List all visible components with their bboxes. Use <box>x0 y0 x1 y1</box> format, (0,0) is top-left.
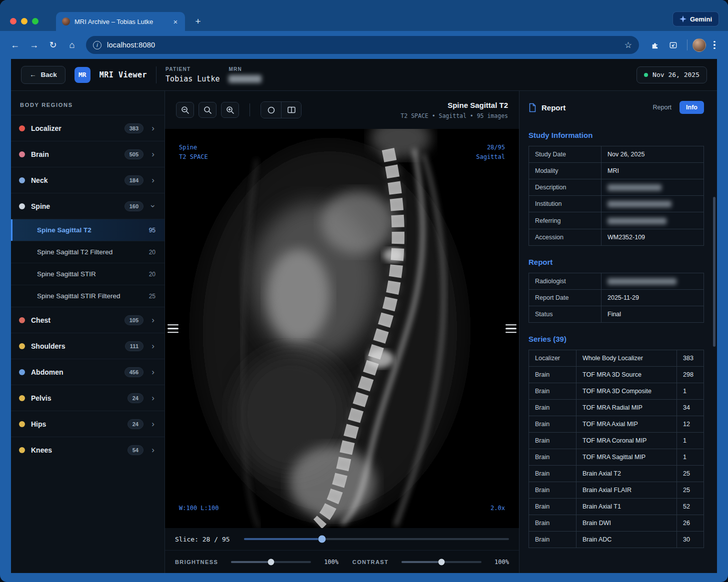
circle-tool-button[interactable] <box>261 102 281 118</box>
region-label: Knees <box>31 446 52 454</box>
series-name: Brain Axial T2 <box>576 465 677 482</box>
series-region: Brain <box>529 465 576 482</box>
row-label: Study Date <box>529 146 602 163</box>
series-region: Brain <box>529 432 576 449</box>
series-count: 12 <box>677 416 704 432</box>
table-row: Institution <box>529 196 704 212</box>
header-divider <box>156 66 156 83</box>
bookmark-star-icon[interactable]: ☆ <box>624 40 632 50</box>
sidebar-item-hips[interactable]: Hips 24 › <box>11 411 164 437</box>
series-name: TOF MRA Coronal MIP <box>576 432 677 449</box>
profile-avatar[interactable] <box>692 38 706 52</box>
new-tab-button[interactable]: + <box>191 14 205 28</box>
tab-info[interactable]: Info <box>680 101 704 114</box>
sidebar-item-localizer[interactable]: Localizer 383 › <box>11 115 164 141</box>
left-pane-resize-handle[interactable] <box>168 324 178 333</box>
app-title: MRI Viewer <box>100 70 147 79</box>
region-label: Chest <box>31 316 50 324</box>
back-icon[interactable]: ← <box>6 36 24 54</box>
zoom-reset-button[interactable] <box>198 102 216 118</box>
forward-icon[interactable]: → <box>25 36 43 54</box>
reload-icon[interactable]: ↻ <box>44 36 62 54</box>
table-row: Brain Brain Axial FLAIR 25 <box>529 482 704 498</box>
contrast-slider[interactable] <box>402 561 482 563</box>
series-region: Brain <box>529 531 576 548</box>
series-region: Brain <box>529 383 576 399</box>
row-value-redacted <box>602 273 704 289</box>
tab-close-icon[interactable]: × <box>171 17 180 26</box>
mrn-redacted-value <box>228 75 262 83</box>
abdomen-icon <box>19 369 25 375</box>
tab-report[interactable]: Report <box>653 104 672 111</box>
sidebar-item-spine[interactable]: Spine 160 › <box>11 193 164 219</box>
sidebar-item-chest[interactable]: Chest 105 › <box>11 307 164 333</box>
brightness-slider-thumb[interactable] <box>268 559 274 565</box>
series-label: Spine Sagittal STIR <box>37 270 96 278</box>
person-icon <box>19 177 25 183</box>
row-value-redacted <box>602 179 704 196</box>
slice-slider[interactable] <box>244 538 509 540</box>
browser-tab[interactable]: MRI Archive – Tobias Lutke × <box>56 12 185 31</box>
sidebar-item-knees[interactable]: Knees 54 › <box>11 437 164 463</box>
region-label: Pelvis <box>31 394 51 402</box>
sidebar-item-neck[interactable]: Neck 184 › <box>11 167 164 193</box>
sidebar-item-brain[interactable]: Brain 505 › <box>11 141 164 167</box>
browser-menu-icon[interactable] <box>707 36 722 54</box>
sidebar-item-spine-sagittal-stir[interactable]: Spine Sagittal STIR 20 <box>11 263 164 285</box>
gemini-button[interactable]: Gemini <box>672 11 719 26</box>
series-label: Spine Sagittal T2 <box>37 226 92 234</box>
chevron-right-icon: › <box>150 150 156 158</box>
viewer-toolbar: Spine Sagittal T2 T2 SPACE • Sagittal • … <box>165 91 519 129</box>
side-panel-icon[interactable] <box>664 36 682 54</box>
series-region: Localizer <box>529 350 576 366</box>
url-bar[interactable]: i localhost:8080 ☆ <box>86 36 639 54</box>
url-text: localhost:8080 <box>107 41 619 49</box>
study-information-heading: Study Information <box>528 131 704 139</box>
zoom-in-button[interactable] <box>221 102 239 118</box>
browser-navbar: ← → ↻ ⌂ i localhost:8080 ☆ <box>0 31 728 59</box>
sidebar-item-abdomen[interactable]: Abdomen 456 › <box>11 359 164 385</box>
sidebar-item-spine-sagittal-stir-filtered[interactable]: Spine Sagittal STIR Filtered 25 <box>11 285 164 307</box>
brightness-slider[interactable] <box>231 561 311 563</box>
home-icon[interactable]: ⌂ <box>63 36 81 54</box>
site-info-icon[interactable]: i <box>93 41 102 49</box>
extensions-icon[interactable] <box>645 36 663 54</box>
tab-strip: MRI Archive – Tobias Lutke × + Gemini <box>0 0 728 31</box>
series-count: 1 <box>677 432 704 449</box>
series-name: TOF MRA Radial MIP <box>576 399 677 416</box>
region-label: Localizer <box>31 124 62 132</box>
mri-canvas[interactable]: Spine T2 SPACE 28/95 Sagittal W:100 L:10… <box>165 129 519 528</box>
status-dot-icon <box>644 73 648 77</box>
chevron-right-icon: › <box>150 446 156 454</box>
sidebar-item-spine-sagittal-t2-filtered[interactable]: Spine Sagittal T2 Filtered 20 <box>11 241 164 263</box>
row-value: WM2352-109 <box>602 229 704 245</box>
table-row: Brain Brain ADC 30 <box>529 531 704 548</box>
slice-slider-thumb[interactable] <box>318 536 326 543</box>
zoom-out-button[interactable] <box>176 102 194 118</box>
series-count: 26 <box>677 515 704 531</box>
panel-scrollbar[interactable] <box>713 197 716 347</box>
sidebar-item-pelvis[interactable]: Pelvis 24 › <box>11 385 164 411</box>
view-mode-group <box>260 101 302 118</box>
redacted-value <box>608 184 662 191</box>
slice-label: Slice: 28 / 95 <box>175 536 230 543</box>
app-header: ← Back MR MRI Viewer PATIENT Tobias Lutk… <box>11 59 717 91</box>
sidebar-item-spine-sagittal-t2[interactable]: Spine Sagittal T2 95 <box>11 219 164 241</box>
back-button[interactable]: ← Back <box>21 66 66 84</box>
minimize-window-button[interactable] <box>21 18 28 24</box>
maximize-window-button[interactable] <box>32 18 38 24</box>
series-count: 25 <box>677 465 704 482</box>
brightness-label: BRIGHTNESS <box>175 559 218 565</box>
sidebar-item-shoulders[interactable]: Shoulders 111 › <box>11 333 164 359</box>
back-arrow-icon: ← <box>30 71 36 78</box>
region-label: Neck <box>31 176 48 184</box>
split-view-button[interactable] <box>281 102 301 118</box>
close-window-button[interactable] <box>10 18 16 24</box>
region-count: 105 <box>124 315 144 325</box>
mrn-label: MRN <box>228 66 262 72</box>
gemini-label: Gemini <box>690 15 712 23</box>
study-date-text: Nov 26, 2025 <box>652 71 700 78</box>
region-count: 24 <box>128 393 144 403</box>
right-pane-resize-handle[interactable] <box>506 324 516 333</box>
contrast-slider-thumb[interactable] <box>438 559 445 565</box>
